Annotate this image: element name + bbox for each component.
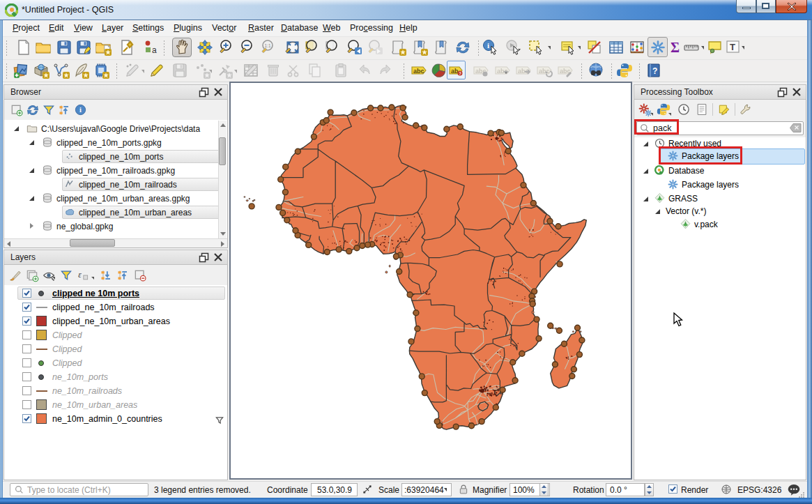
svg-text:abc: abc xyxy=(539,68,550,75)
svg-text:abc: abc xyxy=(518,68,529,75)
svg-text:ab: ab xyxy=(451,68,459,75)
svg-text:Σ: Σ xyxy=(671,40,680,55)
svg-text:i: i xyxy=(487,41,489,49)
svg-text:T: T xyxy=(730,42,735,52)
svg-text:ε: ε xyxy=(78,270,82,280)
svg-text:i: i xyxy=(79,106,82,114)
svg-text:a: a xyxy=(152,45,157,55)
svg-text:1:1: 1:1 xyxy=(265,43,271,48)
svg-text:?: ? xyxy=(652,66,657,76)
svg-text:abc: abc xyxy=(413,68,424,75)
